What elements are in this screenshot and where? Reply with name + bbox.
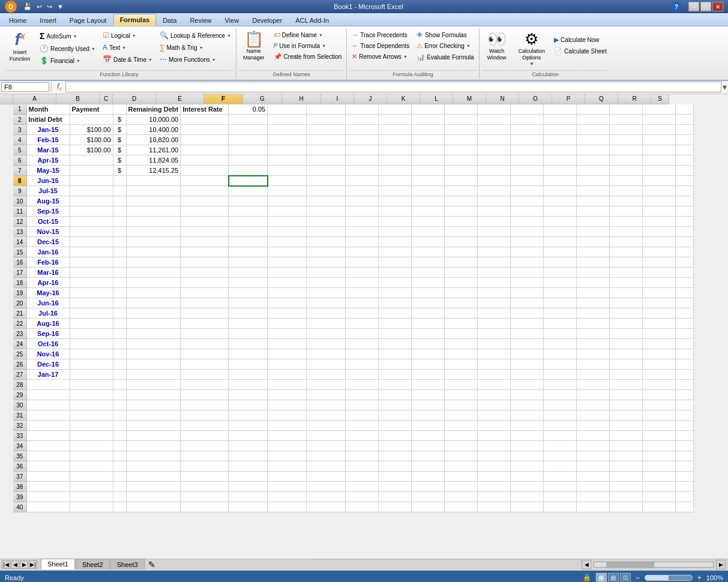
cell-H26[interactable] — [307, 359, 346, 370]
cell-E24[interactable] — [181, 339, 229, 349]
cell-I13[interactable] — [346, 227, 379, 237]
row-header-21[interactable]: 21 — [13, 308, 26, 319]
cell-A7[interactable]: May-15 — [26, 166, 70, 176]
cell-A29[interactable] — [26, 390, 70, 400]
cell-C13[interactable] — [113, 227, 126, 237]
cell-S32[interactable] — [676, 421, 694, 431]
cell-N20[interactable] — [511, 298, 544, 308]
cell-L14[interactable] — [445, 237, 478, 247]
cell-M40[interactable] — [478, 502, 511, 512]
cell-F33[interactable] — [229, 431, 268, 441]
cell-P39[interactable] — [577, 492, 610, 502]
tab-page-layout[interactable]: Page Layout — [63, 14, 113, 26]
cell-L5[interactable] — [445, 145, 478, 155]
cell-C33[interactable] — [113, 431, 126, 441]
tab-view[interactable]: View — [218, 14, 245, 26]
cell-K14[interactable] — [412, 237, 445, 247]
cell-A35[interactable] — [26, 451, 70, 461]
cell-E14[interactable] — [181, 237, 229, 247]
row-header-34[interactable]: 34 — [13, 441, 26, 451]
cell-O8[interactable] — [544, 176, 577, 186]
cell-L35[interactable] — [445, 451, 478, 461]
cell-B1[interactable]: Payment — [70, 104, 113, 115]
cell-A3[interactable]: Jan-15 — [26, 125, 70, 135]
cell-H34[interactable] — [307, 441, 346, 451]
cell-C6[interactable]: $ — [113, 155, 126, 166]
cell-K36[interactable] — [412, 461, 445, 472]
tab-acl-add-in[interactable]: ACL Add-In — [289, 14, 335, 26]
cell-N10[interactable] — [511, 196, 544, 206]
cell-C5[interactable]: $ — [113, 145, 126, 155]
cell-P32[interactable] — [577, 421, 610, 431]
cell-K2[interactable] — [412, 115, 445, 125]
cell-Q32[interactable] — [610, 421, 643, 431]
cell-G13[interactable] — [268, 227, 307, 237]
cell-J33[interactable] — [379, 431, 412, 441]
cell-F22[interactable] — [229, 319, 268, 329]
cell-R34[interactable] — [643, 441, 676, 451]
cell-H31[interactable] — [307, 410, 346, 421]
cell-N21[interactable] — [511, 308, 544, 319]
cell-P14[interactable] — [577, 237, 610, 247]
row-header-3[interactable]: 3 — [13, 125, 26, 135]
cell-K5[interactable] — [412, 145, 445, 155]
cell-D33[interactable] — [126, 431, 181, 441]
cell-I27[interactable] — [346, 370, 379, 380]
cell-K23[interactable] — [412, 329, 445, 339]
cell-F20[interactable] — [229, 298, 268, 308]
cell-J21[interactable] — [379, 308, 412, 319]
cell-Q27[interactable] — [610, 370, 643, 380]
cell-L3[interactable] — [445, 125, 478, 135]
cell-C38[interactable] — [113, 482, 126, 492]
cell-K1[interactable] — [412, 104, 445, 115]
cell-R32[interactable] — [643, 421, 676, 431]
cell-D12[interactable] — [126, 217, 181, 227]
cell-E26[interactable] — [181, 359, 229, 370]
cell-E28[interactable] — [181, 380, 229, 390]
cell-Q40[interactable] — [610, 502, 643, 512]
cell-H9[interactable] — [307, 186, 346, 196]
cell-B19[interactable] — [70, 288, 113, 298]
cell-C21[interactable] — [113, 308, 126, 319]
cell-P1[interactable] — [577, 104, 610, 115]
cell-O1[interactable] — [544, 104, 577, 115]
cell-M4[interactable] — [478, 135, 511, 145]
cell-B34[interactable] — [70, 441, 113, 451]
cell-B22[interactable] — [70, 319, 113, 329]
cell-S28[interactable] — [676, 380, 694, 390]
cell-F32[interactable] — [229, 421, 268, 431]
cell-E7[interactable] — [181, 166, 229, 176]
cell-N11[interactable] — [511, 206, 544, 217]
cell-K32[interactable] — [412, 421, 445, 431]
cell-H10[interactable] — [307, 196, 346, 206]
cell-O34[interactable] — [544, 441, 577, 451]
cell-M3[interactable] — [478, 125, 511, 135]
cell-P16[interactable] — [577, 257, 610, 268]
row-header-20[interactable]: 20 — [13, 298, 26, 308]
cell-D31[interactable] — [126, 410, 181, 421]
cell-D6[interactable]: 11,824.05 — [126, 155, 181, 166]
cell-N18[interactable] — [511, 278, 544, 288]
cell-N15[interactable] — [511, 247, 544, 257]
cell-L13[interactable] — [445, 227, 478, 237]
lookup-reference-button[interactable]: 🔍 Lookup & Reference ▼ — [157, 30, 233, 41]
cell-M2[interactable] — [478, 115, 511, 125]
cell-J24[interactable] — [379, 339, 412, 349]
cell-R6[interactable] — [643, 155, 676, 166]
cell-M6[interactable] — [478, 155, 511, 166]
cell-B31[interactable] — [70, 410, 113, 421]
cell-B8[interactable] — [70, 176, 113, 186]
cell-O18[interactable] — [544, 278, 577, 288]
row-header-23[interactable]: 23 — [13, 329, 26, 339]
cell-O33[interactable] — [544, 431, 577, 441]
row-header-4[interactable]: 4 — [13, 135, 26, 145]
cell-M35[interactable] — [478, 451, 511, 461]
cell-D16[interactable] — [126, 257, 181, 268]
cell-P4[interactable] — [577, 135, 610, 145]
cell-I14[interactable] — [346, 237, 379, 247]
cell-M28[interactable] — [478, 380, 511, 390]
cell-K15[interactable] — [412, 247, 445, 257]
cell-B13[interactable] — [70, 227, 113, 237]
cell-S15[interactable] — [676, 247, 694, 257]
cell-S38[interactable] — [676, 482, 694, 492]
